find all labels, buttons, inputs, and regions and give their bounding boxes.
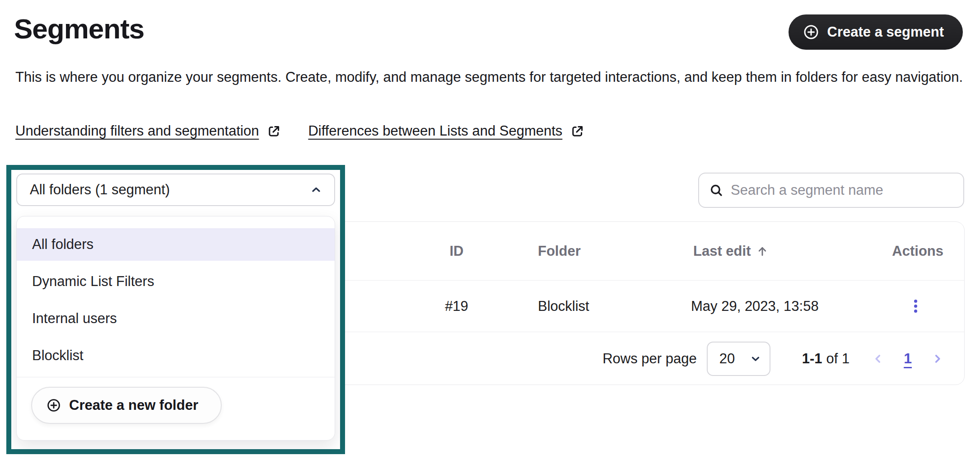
sort-ascending-arrow-icon [756, 245, 769, 258]
previous-page-button[interactable] [872, 352, 884, 366]
column-header-label: Last edit [693, 243, 751, 259]
page-title: Segments [14, 13, 144, 45]
segment-folder-cell: Blocklist [538, 281, 589, 332]
chevron-down-icon [750, 353, 761, 365]
external-link-icon [267, 124, 281, 138]
create-folder-button[interactable]: Create a new folder [31, 387, 222, 424]
link-label: Understanding filters and segmentation [15, 123, 259, 139]
create-segment-label: Create a segment [827, 24, 944, 40]
kebab-dot [914, 305, 917, 308]
column-header-last-edit[interactable]: Last edit [693, 222, 769, 280]
link-label: Differences between Lists and Segments [308, 123, 562, 139]
folder-filter-annotation-box: All folders (1 segment) All folders Dyna… [6, 165, 345, 454]
segments-page: Segments Create a segment This is where … [0, 0, 980, 460]
kebab-dot [914, 300, 917, 303]
pagination-range: 1-1 of 1 [802, 351, 850, 367]
column-header-id: ID [420, 222, 493, 280]
folder-option-blocklist[interactable]: Blocklist [17, 339, 335, 372]
folder-dropdown-trigger[interactable]: All folders (1 segment) [16, 174, 335, 206]
search-icon [709, 183, 723, 197]
segment-id-cell: #19 [420, 281, 493, 332]
next-page-button[interactable] [932, 352, 943, 366]
folder-option-all-folders[interactable]: All folders [17, 228, 335, 261]
column-header-folder: Folder [538, 222, 581, 280]
folder-option-dynamic-list-filters[interactable]: Dynamic List Filters [17, 265, 335, 298]
rows-per-page-label: Rows per page [602, 351, 697, 367]
create-folder-label: Create a new folder [69, 397, 198, 413]
create-segment-button[interactable]: Create a segment [789, 14, 963, 50]
page-description: This is where you organize your segments… [15, 66, 966, 88]
search-input[interactable] [731, 182, 953, 198]
plus-circle-icon [47, 398, 61, 413]
rows-per-page-value: 20 [719, 351, 735, 367]
help-links: Understanding filters and segmentation D… [15, 123, 584, 139]
external-link-icon [570, 124, 584, 138]
column-header-actions: Actions [892, 222, 943, 280]
segment-search [698, 173, 964, 208]
rows-per-page-select[interactable]: 20 [707, 342, 770, 376]
page-number-1[interactable]: 1 [904, 350, 912, 367]
chevron-up-icon [310, 183, 322, 196]
row-actions-menu-button[interactable] [909, 296, 922, 317]
plus-circle-icon [803, 24, 819, 40]
folder-option-internal-users[interactable]: Internal users [17, 302, 335, 335]
segment-last-edit-cell: May 29, 2023, 13:58 [691, 281, 819, 332]
panel-divider [17, 377, 335, 377]
pagination-range-total: of 1 [826, 351, 849, 367]
link-understanding-filters[interactable]: Understanding filters and segmentation [15, 123, 281, 139]
link-differences-lists-segments[interactable]: Differences between Lists and Segments [308, 123, 584, 139]
pagination-range-current: 1-1 [802, 351, 822, 367]
chevron-right-icon [932, 352, 943, 366]
folder-dropdown-panel: All folders Dynamic List Filters Interna… [16, 216, 335, 441]
chevron-left-icon [872, 352, 884, 366]
folder-dropdown-selected-label: All folders (1 segment) [30, 182, 170, 198]
kebab-dot [914, 310, 917, 313]
